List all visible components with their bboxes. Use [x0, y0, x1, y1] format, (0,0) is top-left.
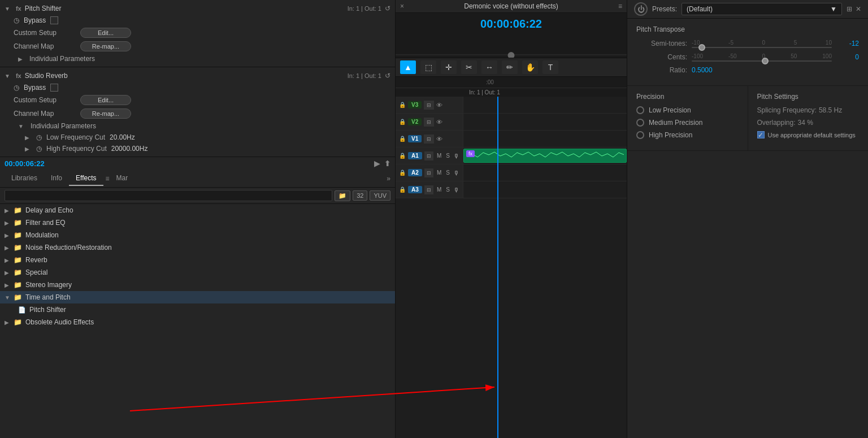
text-tool-btn[interactable]: T [542, 60, 558, 74]
search-new-bin-btn[interactable]: 📁 [335, 190, 350, 201]
bypass-checkbox-2[interactable] [50, 84, 58, 92]
track-eye-v3[interactable]: 👁 [436, 102, 442, 109]
track-solo-a1[interactable]: S [445, 153, 451, 159]
remap-button-2[interactable]: Re-map... [80, 109, 131, 119]
track-lock-a1[interactable]: 🔒 [399, 153, 406, 159]
track-solo-a2[interactable]: S [445, 170, 451, 176]
edit-button-2[interactable]: Edit... [80, 95, 131, 105]
track-content-a1: fx [463, 148, 627, 164]
track-mic-a3[interactable]: 🎙 [453, 187, 459, 193]
search-yuv-btn[interactable]: YUV [370, 190, 390, 201]
cents-slider-track[interactable] [692, 60, 832, 62]
low-freq-arrow[interactable]: ▶ [25, 135, 29, 141]
select-tool-btn[interactable]: ▲ [400, 60, 416, 74]
track-badge-v2[interactable]: V2 [408, 118, 422, 125]
track-lock-a3[interactable]: 🔒 [399, 187, 406, 193]
track-solo-a3[interactable]: S [445, 187, 451, 193]
timeline-close-btn[interactable]: × [400, 2, 404, 10]
track-lock-v1[interactable]: 🔒 [399, 136, 406, 142]
medium-precision-radio[interactable] [636, 119, 644, 127]
effects-tree: ▶ 📁 Delay and Echo ▶ 📁 Filter and EQ ▶ 📁… [0, 204, 395, 438]
track-mic-a1[interactable]: 🎙 [453, 153, 459, 159]
track-eye-v1[interactable]: 👁 [436, 136, 442, 142]
razor-tool-btn[interactable]: ✂ [461, 60, 477, 74]
playhead-thumb[interactable] [508, 52, 515, 58]
high-freq-arrow[interactable]: ▶ [25, 146, 29, 152]
slip-tool-btn[interactable]: ↔ [481, 60, 497, 74]
close-icon[interactable]: ✕ [856, 5, 861, 13]
track-badge-a2[interactable]: A2 [408, 169, 422, 176]
track-badge-a1[interactable]: A1 [408, 152, 422, 159]
track-lock-v2[interactable]: 🔒 [399, 119, 406, 125]
studio-reverb-collapse[interactable]: ▼ [5, 73, 10, 79]
semitones-slider-track[interactable] [692, 47, 832, 48]
semitones-slider-thumb[interactable] [698, 44, 705, 51]
bypass-checkbox-1[interactable] [50, 16, 58, 24]
tree-special[interactable]: ▶ 📁 Special [0, 266, 395, 279]
tree-time-pitch[interactable]: ▼ 📁 Time and Pitch [0, 291, 395, 303]
track-extract-a1[interactable]: ⊟ [424, 151, 433, 161]
export-button[interactable]: ⬆ [384, 159, 390, 168]
use-default-checkbox[interactable]: ✓ [757, 131, 765, 138]
track-mute-a2[interactable]: M [436, 170, 442, 176]
track-extract-v1[interactable]: ⊟ [424, 135, 434, 144]
play-button[interactable]: ▶ [374, 159, 380, 168]
power-button[interactable]: ⏻ [634, 2, 648, 16]
studio-reverb-individual-params[interactable]: ▼ Individual Parameters [5, 120, 390, 132]
track-mic-a2[interactable]: 🎙 [453, 170, 459, 176]
studio-reverb-channel-map: Channel Map Re-map... [5, 107, 390, 120]
pitch-shifter-io: In: 1 | Out: 1 [348, 5, 381, 12]
tree-delay-echo[interactable]: ▶ 📁 Delay and Echo [0, 204, 395, 216]
tab-libraries[interactable]: Libraries [5, 171, 44, 186]
search-32-btn[interactable]: 32 [353, 190, 367, 201]
effects-menu-icon[interactable]: ≡ [106, 175, 110, 183]
tab-mar[interactable]: Mar [110, 171, 135, 186]
low-precision-radio[interactable] [636, 106, 644, 114]
tree-modulation[interactable]: ▶ 📁 Modulation [0, 229, 395, 241]
tab-effects[interactable]: Effects [69, 171, 103, 186]
timecode-display-left[interactable]: 00:00:06:22 [5, 159, 45, 168]
range-select-btn[interactable]: ⬚ [420, 60, 436, 74]
tree-noise-reduction[interactable]: ▶ 📁 Noise Reduction/Restoration [0, 241, 395, 254]
individual-params-arrow-2[interactable]: ▼ [18, 123, 24, 129]
audio-clip-a1[interactable]: fx [463, 149, 627, 163]
high-precision-radio[interactable] [636, 131, 644, 139]
ratio-value[interactable]: 0.5000 [692, 66, 713, 74]
studio-reverb-reset[interactable]: ↺ [385, 72, 390, 80]
tab-info[interactable]: Info [44, 171, 69, 186]
track-badge-v1[interactable]: V1 [408, 135, 422, 142]
track-extract-v3[interactable]: ⊟ [424, 101, 434, 110]
search-input[interactable] [5, 190, 332, 201]
timeline-title: Demonic voice (without effects) [464, 2, 558, 10]
track-extract-v2[interactable]: ⊟ [424, 118, 434, 127]
track-badge-a3[interactable]: A3 [408, 186, 422, 193]
timeline-menu-btn[interactable]: ≡ [618, 2, 622, 10]
track-eye-v2[interactable]: 👁 [436, 119, 442, 125]
tree-filter-eq[interactable]: ▶ 📁 Filter and EQ [0, 216, 395, 229]
tree-pitch-shifter[interactable]: 📄 Pitch Shifter [0, 303, 395, 316]
individual-params-arrow-1[interactable]: ▶ [18, 56, 23, 62]
pen-tool-btn[interactable]: ✏ [502, 60, 518, 74]
move-tool-btn[interactable]: ✛ [441, 60, 457, 74]
track-lock-v3[interactable]: 🔒 [399, 102, 406, 108]
pitch-shifter-reset[interactable]: ↺ [385, 5, 390, 12]
track-badge-v3[interactable]: V3 [408, 101, 422, 109]
pitch-transpose-title: Pitch Transpose [636, 25, 859, 33]
track-mute-a3[interactable]: M [436, 187, 442, 193]
hand-tool-btn[interactable]: ✋ [522, 60, 538, 74]
tab-overflow-arrow[interactable]: » [387, 175, 390, 183]
presets-dropdown[interactable]: (Default) ▼ [682, 3, 842, 15]
track-mute-a1[interactable]: M [436, 153, 442, 159]
track-extract-a2[interactable]: ⊟ [424, 168, 433, 177]
pitch-shifter-collapse[interactable]: ▼ [5, 6, 10, 12]
track-extract-a3[interactable]: ⊟ [424, 185, 433, 194]
edit-button-1[interactable]: Edit... [80, 28, 131, 38]
remap-button-1[interactable]: Re-map... [80, 41, 131, 51]
grid-icon[interactable]: ⊞ [847, 5, 852, 13]
use-default-row: ✓ Use appropriate default settings [757, 131, 860, 138]
tree-obsolete[interactable]: ▶ 📁 Obsolete Audio Effects [0, 316, 395, 328]
tree-stereo-imagery[interactable]: ▶ 📁 Stereo Imagery [0, 279, 395, 291]
tree-reverb[interactable]: ▶ 📁 Reverb [0, 254, 395, 266]
track-lock-a2[interactable]: 🔒 [399, 170, 406, 176]
cents-slider-thumb[interactable] [762, 58, 769, 64]
